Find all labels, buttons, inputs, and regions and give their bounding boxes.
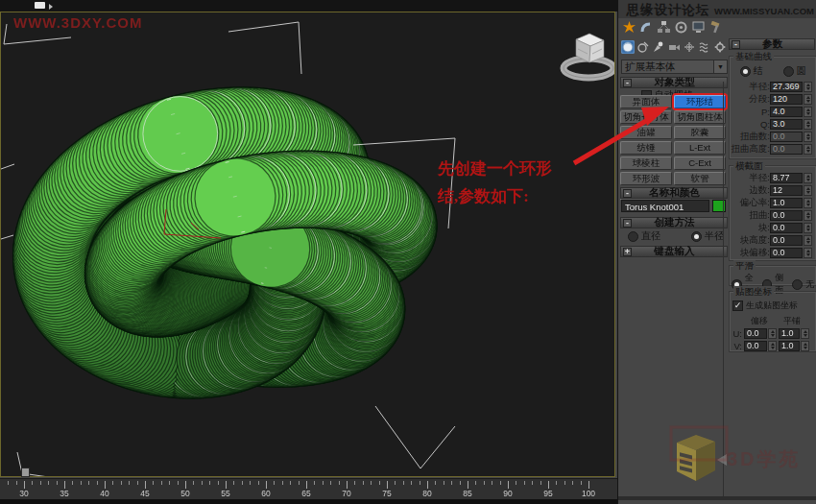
space-warps-category-icon[interactable] (698, 40, 711, 54)
systems-category-icon[interactable] (713, 40, 727, 54)
base-curve-field-2-spinner[interactable] (804, 107, 812, 117)
cross-section-field-3-spinner[interactable] (804, 210, 812, 221)
mapping-tiling-1[interactable]: 1.0 (779, 341, 800, 351)
object-type-button-10[interactable]: 环形波 (620, 172, 672, 185)
shapes-category-icon[interactable] (636, 40, 650, 54)
lights-category-icon[interactable] (652, 40, 665, 54)
base-curve-radio-1[interactable]: 圆 (783, 64, 806, 78)
cross-section-field-0-value[interactable]: 8.77 (770, 173, 803, 183)
base-curve-field-4: 扭曲数:0.0 (730, 131, 816, 143)
smooth-title: 平滑 (733, 260, 756, 273)
cross-section-field-0-spinner[interactable] (804, 173, 812, 183)
expand-icon[interactable]: + (623, 248, 632, 256)
cross-section-field-2-value[interactable]: 1.0 (770, 198, 803, 208)
creation-method-option-1-label: 半径 (705, 229, 724, 243)
primitive-category-dropdown[interactable]: 扩展基本体 ▼ (621, 60, 728, 74)
timeline-tick (371, 481, 372, 485)
object-type-button-0[interactable]: 异面体 (620, 95, 672, 108)
object-type-button-3[interactable]: 切角圆柱体 (674, 110, 726, 124)
creation-method-option-0-radio[interactable] (628, 231, 638, 242)
base-curve-field-0-value[interactable]: 27.369 (770, 82, 803, 92)
mapping-tiling-0-spinner[interactable] (801, 328, 809, 339)
cross-section-field-3-value[interactable]: 0.0 (770, 210, 803, 221)
timeline-tick (24, 481, 25, 489)
collapse-icon[interactable]: - (732, 40, 740, 49)
modify-tab-icon[interactable] (639, 20, 654, 35)
base-curve-field-3-spinner[interactable] (804, 119, 812, 130)
cross-section-field-4-spinner[interactable] (804, 223, 812, 233)
collapse-icon[interactable]: - (623, 219, 632, 228)
smooth-option-2-radio[interactable] (792, 279, 803, 290)
object-type-button-5[interactable]: 胶囊 (674, 126, 726, 139)
cross-section-field-5-spinner[interactable] (804, 235, 812, 246)
generate-mapping-checkbox[interactable]: ✓ (732, 300, 743, 311)
dropdown-arrow-icon[interactable]: ▼ (713, 60, 727, 73)
mapping-offset-0-spinner[interactable] (768, 328, 777, 339)
cross-section-field-4-value[interactable]: 0.0 (770, 223, 803, 233)
toolbar-flyout-icon[interactable] (49, 4, 53, 10)
timeline-tick (185, 481, 186, 489)
cross-section-field-6: 块偏移:0.0 (730, 247, 816, 259)
base-curve-field-4-spinner[interactable] (804, 132, 812, 142)
cross-section-field-5-value[interactable]: 0.0 (770, 235, 803, 246)
motion-tab-icon[interactable] (674, 20, 688, 35)
cross-section-field-6-spinner[interactable] (804, 248, 812, 258)
parameters-rollout-header[interactable]: - 参数 (729, 38, 815, 50)
torus-knot-object[interactable] (1, 12, 614, 476)
object-type-button-11[interactable]: 软管 (674, 172, 726, 185)
collapse-icon[interactable]: - (623, 79, 632, 87)
cameras-category-icon[interactable] (667, 40, 681, 54)
object-type-button-1[interactable]: 环形结 (674, 95, 726, 108)
perspective-viewport[interactable]: WWW.3DXY.COM 先创建一个环形 结,参数如下: (0, 12, 615, 477)
object-type-button-9[interactable]: C-Ext (674, 156, 726, 170)
object-type-button-2[interactable]: 切角长方体 (620, 110, 672, 124)
creation-method-rollout-header[interactable]: - 创建方法 (620, 217, 728, 228)
toolbar-mini-icon[interactable] (35, 2, 45, 9)
geometry-category-icon[interactable] (621, 40, 635, 54)
mapping-offset-1[interactable]: 0.0 (744, 341, 767, 351)
creation-method-option-1[interactable]: 半径 (691, 229, 724, 243)
object-type-button-8[interactable]: 球棱柱 (620, 156, 672, 170)
timeline-tick (339, 481, 340, 485)
utilities-tab-icon[interactable] (708, 20, 723, 35)
time-slider-handle[interactable] (21, 468, 30, 477)
timeline-tick (112, 481, 113, 485)
helpers-category-icon[interactable] (683, 40, 696, 54)
object-name-input[interactable]: Torus Knot001 (621, 200, 709, 212)
base-curve-field-3-value[interactable]: 3.0 (770, 119, 803, 130)
hierarchy-tab-icon[interactable] (657, 20, 671, 35)
display-tab-icon[interactable] (691, 20, 706, 35)
smooth-option-2-label: 无 (805, 278, 814, 291)
mapping-offset-0[interactable]: 0.0 (744, 328, 767, 339)
timeline-ruler[interactable]: 3035404550556065707580859095100 (0, 478, 617, 499)
object-type-button-6[interactable]: 纺锤 (620, 141, 672, 155)
mapping-tiling-1-spinner[interactable] (801, 341, 809, 351)
base-curve-field-5-value[interactable]: 0.0 (770, 144, 803, 155)
create-tab-icon[interactable] (622, 20, 636, 35)
keyboard-entry-rollout-header[interactable]: + 键盘输入 (620, 246, 728, 257)
base-curve-field-5-spinner[interactable] (804, 144, 812, 155)
object-type-rollout-header[interactable]: - 对象类型 (620, 77, 728, 88)
base-curve-field-4-value[interactable]: 0.0 (770, 132, 803, 142)
object-type-button-7[interactable]: L-Ext (674, 141, 726, 155)
base-curve-radio-1-radio[interactable] (783, 66, 794, 77)
base-curve-field-1-label: 分段: (730, 93, 770, 106)
mapping-offset-1-spinner[interactable] (768, 341, 777, 351)
creation-method-option-1-radio[interactable] (691, 231, 702, 242)
name-color-rollout-header[interactable]: - 名称和颜色 (620, 187, 728, 199)
base-curve-field-0-spinner[interactable] (804, 82, 812, 92)
cross-section-field-1-spinner[interactable] (804, 185, 812, 196)
generate-mapping-row[interactable]: ✓ 生成贴图坐标 (732, 300, 816, 312)
base-curve-radio-0[interactable]: 结 (740, 64, 763, 78)
collapse-icon[interactable]: - (623, 189, 632, 198)
mapping-tiling-0[interactable]: 1.0 (779, 328, 800, 339)
cross-section-field-1-value[interactable]: 12 (770, 185, 803, 196)
base-curve-field-2-value[interactable]: 4.0 (770, 107, 803, 117)
base-curve-radio-0-radio[interactable] (740, 66, 751, 77)
creation-method-option-0[interactable]: 直径 (628, 229, 660, 243)
cross-section-field-6-value[interactable]: 0.0 (770, 248, 803, 258)
cross-section-field-2-spinner[interactable] (804, 198, 812, 208)
object-type-button-4[interactable]: 油罐 (620, 126, 672, 139)
base-curve-field-1-spinner[interactable] (804, 94, 812, 105)
base-curve-field-1-value[interactable]: 120 (770, 94, 803, 105)
